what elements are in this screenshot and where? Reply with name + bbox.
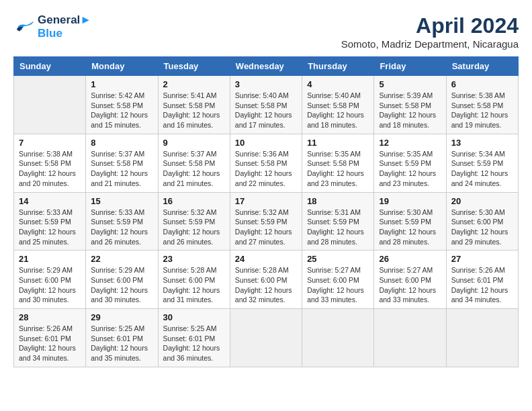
day-cell: 17Sunrise: 5:32 AMSunset: 5:59 PMDayligh… [230, 192, 302, 250]
day-cell: 6Sunrise: 5:38 AMSunset: 5:58 PMDaylight… [446, 76, 518, 134]
day-info: Sunrise: 5:33 AMSunset: 5:59 PMDaylight:… [19, 208, 81, 247]
day-cell: 29Sunrise: 5:25 AMSunset: 6:01 PMDayligh… [86, 309, 158, 367]
day-info: Sunrise: 5:25 AMSunset: 6:01 PMDaylight:… [163, 324, 225, 363]
day-cell: 1Sunrise: 5:42 AMSunset: 5:58 PMDaylight… [86, 76, 158, 134]
day-info: Sunrise: 5:27 AMSunset: 6:00 PMDaylight:… [307, 265, 369, 305]
day-number: 18 [307, 196, 369, 206]
day-cell [14, 76, 86, 134]
header-day-wednesday: Wednesday [230, 57, 302, 76]
day-cell: 19Sunrise: 5:30 AMSunset: 5:59 PMDayligh… [374, 192, 446, 250]
day-cell: 3Sunrise: 5:40 AMSunset: 5:58 PMDaylight… [230, 76, 302, 134]
day-info: Sunrise: 5:33 AMSunset: 5:59 PMDaylight:… [91, 208, 152, 247]
day-number: 22 [91, 254, 152, 264]
day-cell: 23Sunrise: 5:28 AMSunset: 6:00 PMDayligh… [158, 250, 230, 309]
day-info: Sunrise: 5:41 AMSunset: 5:58 PMDaylight:… [163, 91, 225, 130]
day-cell: 8Sunrise: 5:37 AMSunset: 5:58 PMDaylight… [86, 134, 158, 192]
day-info: Sunrise: 5:32 AMSunset: 5:59 PMDaylight:… [235, 208, 297, 247]
day-number: 12 [379, 138, 441, 148]
day-number: 19 [379, 196, 441, 206]
title-section: April 2024 Somoto, Madriz Department, Ni… [341, 13, 519, 50]
day-info: Sunrise: 5:30 AMSunset: 6:00 PMDaylight:… [451, 208, 513, 247]
location-subtitle: Somoto, Madriz Department, Nicaragua [341, 38, 519, 50]
day-cell [446, 309, 518, 367]
day-info: Sunrise: 5:26 AMSunset: 6:01 PMDaylight:… [451, 265, 513, 305]
day-number: 10 [235, 138, 297, 148]
day-info: Sunrise: 5:35 AMSunset: 5:58 PMDaylight:… [307, 149, 369, 189]
day-number: 27 [451, 254, 513, 264]
header-day-saturday: Saturday [446, 57, 518, 76]
day-number: 9 [163, 138, 225, 148]
week-row-1: 1Sunrise: 5:42 AMSunset: 5:58 PMDaylight… [14, 76, 519, 134]
day-number: 16 [163, 196, 225, 206]
day-info: Sunrise: 5:29 AMSunset: 6:00 PMDaylight:… [19, 265, 81, 305]
week-row-5: 28Sunrise: 5:26 AMSunset: 6:01 PMDayligh… [14, 309, 519, 367]
day-info: Sunrise: 5:40 AMSunset: 5:58 PMDaylight:… [235, 91, 297, 130]
day-number: 4 [307, 79, 369, 89]
logo-icon [13, 17, 35, 36]
day-cell: 11Sunrise: 5:35 AMSunset: 5:58 PMDayligh… [302, 134, 374, 192]
day-info: Sunrise: 5:37 AMSunset: 5:58 PMDaylight:… [91, 149, 152, 189]
day-number: 5 [379, 79, 441, 89]
day-info: Sunrise: 5:38 AMSunset: 5:58 PMDaylight:… [19, 149, 81, 189]
day-cell: 26Sunrise: 5:27 AMSunset: 6:00 PMDayligh… [374, 250, 446, 309]
day-cell: 28Sunrise: 5:26 AMSunset: 6:01 PMDayligh… [14, 309, 86, 367]
day-info: Sunrise: 5:34 AMSunset: 5:59 PMDaylight:… [451, 149, 513, 189]
day-cell: 9Sunrise: 5:37 AMSunset: 5:58 PMDaylight… [158, 134, 230, 192]
day-cell: 14Sunrise: 5:33 AMSunset: 5:59 PMDayligh… [14, 192, 86, 250]
logo-text: General► Blue [38, 13, 91, 40]
day-cell [230, 309, 302, 367]
day-number: 3 [235, 79, 297, 89]
header-row: SundayMondayTuesdayWednesdayThursdayFrid… [14, 57, 519, 76]
day-info: Sunrise: 5:26 AMSunset: 6:01 PMDaylight:… [19, 324, 81, 363]
day-number: 6 [451, 79, 513, 89]
header-day-tuesday: Tuesday [158, 57, 230, 76]
day-info: Sunrise: 5:37 AMSunset: 5:58 PMDaylight:… [163, 149, 225, 189]
day-cell: 13Sunrise: 5:34 AMSunset: 5:59 PMDayligh… [446, 134, 518, 192]
day-info: Sunrise: 5:36 AMSunset: 5:58 PMDaylight:… [235, 149, 297, 189]
day-info: Sunrise: 5:31 AMSunset: 5:59 PMDaylight:… [307, 208, 369, 247]
day-cell: 12Sunrise: 5:35 AMSunset: 5:59 PMDayligh… [374, 134, 446, 192]
day-info: Sunrise: 5:29 AMSunset: 6:00 PMDaylight:… [91, 265, 152, 305]
day-info: Sunrise: 5:35 AMSunset: 5:59 PMDaylight:… [379, 149, 441, 189]
day-number: 24 [235, 254, 297, 264]
day-cell: 10Sunrise: 5:36 AMSunset: 5:58 PMDayligh… [230, 134, 302, 192]
day-cell: 4Sunrise: 5:40 AMSunset: 5:58 PMDaylight… [302, 76, 374, 134]
header-day-friday: Friday [374, 57, 446, 76]
header: General► Blue April 2024 Somoto, Madriz … [13, 13, 519, 50]
week-row-2: 7Sunrise: 5:38 AMSunset: 5:58 PMDaylight… [14, 134, 519, 192]
day-number: 7 [19, 138, 81, 148]
header-day-sunday: Sunday [14, 57, 86, 76]
day-info: Sunrise: 5:40 AMSunset: 5:58 PMDaylight:… [307, 91, 369, 130]
day-info: Sunrise: 5:30 AMSunset: 5:59 PMDaylight:… [379, 208, 441, 247]
calendar-table: SundayMondayTuesdayWednesdayThursdayFrid… [13, 56, 519, 367]
day-number: 28 [19, 312, 81, 322]
day-number: 8 [91, 138, 152, 148]
day-cell: 7Sunrise: 5:38 AMSunset: 5:58 PMDaylight… [14, 134, 86, 192]
day-info: Sunrise: 5:38 AMSunset: 5:58 PMDaylight:… [451, 91, 513, 130]
day-number: 17 [235, 196, 297, 206]
day-number: 25 [307, 254, 369, 264]
day-cell: 20Sunrise: 5:30 AMSunset: 6:00 PMDayligh… [446, 192, 518, 250]
header-day-monday: Monday [86, 57, 158, 76]
day-cell: 30Sunrise: 5:25 AMSunset: 6:01 PMDayligh… [158, 309, 230, 367]
day-number: 15 [91, 196, 152, 206]
day-info: Sunrise: 5:28 AMSunset: 6:00 PMDaylight:… [163, 265, 225, 305]
header-day-thursday: Thursday [302, 57, 374, 76]
day-number: 11 [307, 138, 369, 148]
day-cell: 2Sunrise: 5:41 AMSunset: 5:58 PMDaylight… [158, 76, 230, 134]
day-number: 2 [163, 79, 225, 89]
week-row-3: 14Sunrise: 5:33 AMSunset: 5:59 PMDayligh… [14, 192, 519, 250]
day-cell: 27Sunrise: 5:26 AMSunset: 6:01 PMDayligh… [446, 250, 518, 309]
day-info: Sunrise: 5:39 AMSunset: 5:58 PMDaylight:… [379, 91, 441, 130]
day-number: 23 [163, 254, 225, 264]
day-number: 1 [91, 79, 152, 89]
day-info: Sunrise: 5:28 AMSunset: 6:00 PMDaylight:… [235, 265, 297, 305]
day-cell: 22Sunrise: 5:29 AMSunset: 6:00 PMDayligh… [86, 250, 158, 309]
day-cell [374, 309, 446, 367]
day-cell: 5Sunrise: 5:39 AMSunset: 5:58 PMDaylight… [374, 76, 446, 134]
month-title: April 2024 [341, 13, 519, 38]
day-number: 29 [91, 312, 152, 322]
day-info: Sunrise: 5:42 AMSunset: 5:58 PMDaylight:… [91, 91, 152, 130]
day-number: 30 [163, 312, 225, 322]
day-cell [302, 309, 374, 367]
